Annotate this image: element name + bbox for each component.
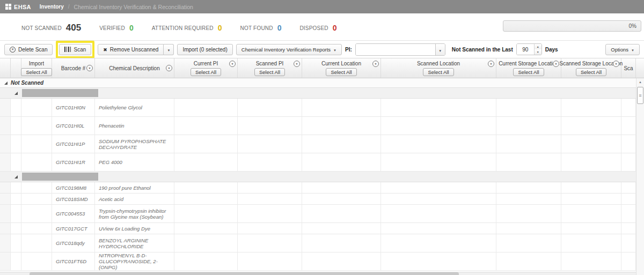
select-all-button-import[interactable]: Select All — [21, 68, 52, 76]
current-storage-cell — [496, 99, 561, 116]
page-title: Chemical Inventory Verification & Reconc… — [74, 4, 193, 10]
table-row[interactable]: GITC017GCTUView 6x Loading Dye — [0, 223, 636, 234]
import-cell[interactable] — [21, 205, 52, 222]
group-row-not-scanned[interactable]: Not Scanned — [0, 78, 636, 88]
current-location-cell — [302, 153, 381, 171]
scan-cell — [621, 117, 636, 135]
spinner-down-button[interactable] — [535, 49, 541, 55]
remove-unscanned-button[interactable]: Remove Unscanned — [98, 44, 164, 55]
pi-combobox-dropdown-button[interactable] — [435, 44, 445, 55]
breadcrumb-inventory[interactable]: Inventory — [40, 4, 64, 10]
scanned-pi-cell — [238, 205, 302, 222]
select-all-button-scanned-pi[interactable]: Select All — [254, 68, 285, 76]
pi-group-row[interactable] — [0, 172, 636, 182]
select-all-button-scanned-location[interactable]: Select All — [423, 68, 453, 76]
import-cell[interactable] — [21, 135, 52, 153]
barcode-cell: GITC01HI1R — [52, 153, 95, 171]
current-pi-cell — [174, 182, 238, 193]
pi-combobox-input[interactable] — [356, 44, 435, 55]
filter-icon[interactable] — [166, 65, 172, 71]
days-label: Days — [545, 47, 558, 53]
table-row[interactable]: GITC01FT6DNITROPHENYL B-D-GLUCOPYRANOSID… — [0, 252, 636, 271]
table-row[interactable]: GITC01HI1RPEG 4000 — [0, 153, 636, 172]
row-indent-cell — [11, 117, 21, 135]
table-row[interactable]: GITC01HI1PSODIUM PYROPHOSPHATE DECAHYDRA… — [0, 135, 636, 153]
scan-cell — [621, 205, 636, 222]
table-row[interactable]: GITC018qdyBENZOYL ARGININE HYDROCHLORIDE — [0, 234, 636, 252]
current-pi-cell — [174, 205, 238, 222]
table-row[interactable]: GITC004553Trypsin-chymotrypsin inhibitor… — [0, 205, 636, 223]
row-indent-cell — [11, 252, 21, 270]
scanned-location-cell — [381, 99, 496, 116]
import-cell[interactable] — [21, 223, 52, 234]
column-header-label: Scanned Location — [417, 61, 460, 66]
table-row[interactable]: GITC01HI0LPhenacetin — [0, 117, 636, 135]
grid-header-row: ImportSelect AllBarcode #Chemical Descri… — [0, 58, 644, 78]
import-button[interactable]: Import (0 selected) — [177, 44, 232, 55]
scan-label: Scan — [74, 47, 86, 53]
filter-icon[interactable] — [294, 61, 300, 67]
days-spinner — [516, 43, 542, 55]
scanned-location-cell — [381, 153, 496, 171]
days-spinner-input[interactable] — [517, 44, 534, 55]
counter-value: 0 — [333, 24, 337, 32]
spinner-up-button[interactable] — [535, 44, 541, 49]
counter-label: ATTENTION REQUIRED — [152, 25, 214, 31]
vertical-scrollbar[interactable] — [636, 78, 644, 275]
horizontal-scrollbar[interactable] — [0, 272, 636, 275]
description-cell: SODIUM PYROPHOSPHATE DECAHYDRATE — [95, 135, 174, 153]
progress-percent-label: 0% — [629, 23, 636, 29]
table-row[interactable]: GITC01HI0NPoliethylene Glycol — [0, 99, 636, 117]
group-collapse-icon[interactable] — [14, 175, 18, 179]
import-cell[interactable] — [21, 252, 52, 270]
filter-icon[interactable] — [488, 61, 494, 67]
progress-bar: 0% — [503, 20, 641, 32]
import-cell[interactable] — [21, 234, 52, 252]
scroll-up-button[interactable] — [636, 78, 644, 86]
scan-button[interactable]: Scan — [59, 44, 91, 55]
current-location-cell — [302, 182, 381, 193]
scanned-pi-cell — [238, 194, 302, 204]
group-collapse-icon[interactable] — [4, 81, 8, 85]
filter-icon[interactable] — [372, 61, 379, 67]
remove-unscanned-split-button: Remove Unscanned — [98, 44, 174, 55]
ehsa-logo[interactable]: EHSA — [5, 4, 31, 10]
filter-icon[interactable] — [229, 61, 236, 67]
horizontal-scrollbar-thumb[interactable] — [30, 272, 459, 275]
import-cell[interactable] — [21, 99, 52, 116]
vertical-scrollbar-thumb[interactable] — [637, 87, 643, 104]
current-storage-cell — [496, 194, 561, 204]
import-cell[interactable] — [21, 182, 52, 193]
description-cell: Acetic acid — [95, 194, 174, 204]
scan-cell — [621, 223, 636, 234]
row-indent-cell — [11, 153, 21, 171]
scanned-storage-cell — [561, 153, 621, 171]
filter-icon[interactable] — [613, 61, 619, 67]
select-all-button-current-location[interactable]: Select All — [326, 68, 356, 76]
delete-scan-button[interactable]: Delete Scan — [4, 44, 53, 55]
options-button[interactable]: Options — [605, 44, 640, 55]
description-cell: PEG 4000 — [95, 153, 174, 171]
select-all-button-scanned-storage-location[interactable]: Select All — [576, 68, 606, 76]
column-header-barcode: Barcode # — [52, 58, 95, 78]
remove-unscanned-dropdown-button[interactable] — [164, 44, 174, 55]
row-indent-cell — [0, 99, 11, 116]
scanned-pi-cell — [238, 223, 302, 234]
reports-dropdown-button[interactable]: Chemical Inventory Verification Reports — [236, 44, 342, 55]
counter-value: 0 — [277, 24, 282, 32]
filter-icon[interactable] — [553, 61, 559, 67]
current-pi-cell — [174, 252, 238, 270]
pi-group-row[interactable] — [0, 88, 636, 99]
counter-label: NOT FOUND — [240, 25, 273, 31]
current-location-cell — [302, 117, 381, 135]
import-cell[interactable] — [21, 153, 52, 171]
select-all-button-current-pi[interactable]: Select All — [191, 68, 221, 76]
table-row[interactable]: GITC0198M8190 proof pure Ethanol — [0, 182, 636, 194]
import-cell[interactable] — [21, 117, 52, 135]
filter-icon[interactable] — [86, 65, 93, 71]
import-cell[interactable] — [21, 194, 52, 204]
counter-not-scanned: NOT SCANNED405 — [21, 23, 81, 33]
table-row[interactable]: GITC018SMDAcetic acid — [0, 194, 636, 205]
group-collapse-icon[interactable] — [14, 92, 18, 95]
select-all-button-current-storage-location[interactable]: Select All — [513, 68, 544, 76]
